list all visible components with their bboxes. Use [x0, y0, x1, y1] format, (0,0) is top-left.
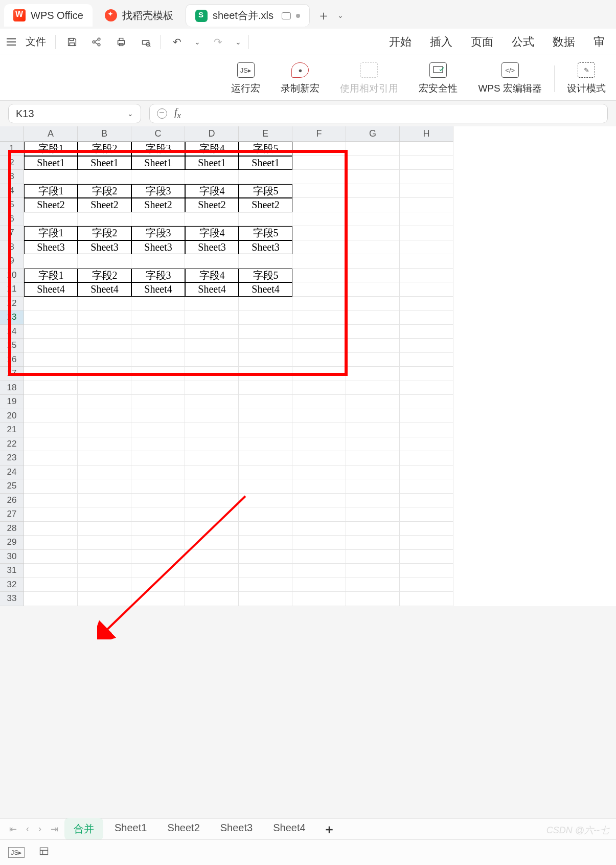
cell[interactable]	[24, 451, 78, 465]
cell[interactable]	[292, 395, 346, 409]
cell[interactable]: Sheet1	[131, 156, 185, 170]
column-header[interactable]: F	[292, 126, 346, 141]
cell[interactable]	[24, 592, 78, 606]
cell[interactable]	[292, 212, 346, 227]
cell[interactable]: 字段3	[131, 142, 185, 156]
cell[interactable]	[239, 536, 292, 550]
sheet-tab[interactable]: Sheet4	[264, 818, 314, 840]
cell[interactable]	[400, 142, 453, 156]
cell[interactable]	[131, 592, 185, 606]
cell[interactable]: Sheet2	[239, 198, 292, 212]
row-header[interactable]: 31	[0, 564, 24, 578]
row-header[interactable]: 19	[0, 395, 24, 409]
cell[interactable]	[239, 310, 292, 325]
cell[interactable]	[346, 240, 400, 255]
cell[interactable]	[131, 212, 185, 227]
cell[interactable]	[346, 325, 400, 339]
cell[interactable]	[185, 367, 239, 381]
cell[interactable]	[292, 240, 346, 255]
cell[interactable]	[185, 170, 239, 184]
cell[interactable]	[24, 479, 78, 494]
tab-insert[interactable]: 插入	[430, 34, 452, 50]
window-icon[interactable]	[282, 12, 291, 19]
cell[interactable]	[292, 578, 346, 592]
cell[interactable]	[131, 507, 185, 522]
sheet-tab[interactable]: Sheet3	[211, 818, 262, 840]
cell[interactable]	[400, 381, 453, 395]
column-header[interactable]: G	[346, 126, 400, 141]
cell[interactable]	[131, 353, 185, 367]
cell[interactable]	[78, 170, 131, 184]
cell[interactable]: 字段2	[78, 184, 131, 198]
cell[interactable]	[131, 578, 185, 592]
cell[interactable]: 字段5	[239, 226, 292, 240]
cell[interactable]	[346, 339, 400, 353]
cell[interactable]	[292, 142, 346, 156]
cell[interactable]	[185, 564, 239, 578]
print-icon[interactable]	[114, 35, 128, 49]
grid-body[interactable]: 字段1字段2字段3字段4字段5Sheet1Sheet1Sheet1Sheet1S…	[24, 142, 453, 606]
cell[interactable]: 字段5	[239, 269, 292, 283]
cell[interactable]	[400, 184, 453, 198]
cell[interactable]	[239, 592, 292, 606]
cell[interactable]: 字段3	[131, 184, 185, 198]
cell[interactable]: 字段4	[185, 269, 239, 283]
cell[interactable]	[239, 409, 292, 424]
cell[interactable]	[185, 451, 239, 465]
cell[interactable]	[346, 536, 400, 550]
cell[interactable]	[185, 395, 239, 409]
run-macro-button[interactable]: JS▸ 运行宏	[221, 62, 270, 95]
cell[interactable]	[346, 184, 400, 198]
column-header[interactable]: D	[185, 126, 239, 141]
row-header[interactable]: 9	[0, 254, 24, 269]
cell[interactable]	[400, 269, 453, 283]
cell[interactable]	[239, 423, 292, 437]
cell[interactable]	[346, 423, 400, 437]
cell[interactable]	[131, 170, 185, 184]
cell[interactable]	[78, 409, 131, 424]
cell[interactable]	[346, 507, 400, 522]
record-macro-button[interactable]: ● 录制新宏	[270, 62, 330, 95]
cell[interactable]	[239, 564, 292, 578]
cell[interactable]	[78, 212, 131, 227]
cell[interactable]	[185, 381, 239, 395]
cell[interactable]	[78, 353, 131, 367]
cell[interactable]	[78, 339, 131, 353]
cell[interactable]	[346, 494, 400, 508]
cell[interactable]	[400, 592, 453, 606]
cell[interactable]	[185, 494, 239, 508]
fx-icon[interactable]: fx	[174, 106, 181, 121]
cell[interactable]	[400, 310, 453, 325]
cell[interactable]	[131, 409, 185, 424]
cell[interactable]	[185, 339, 239, 353]
undo-icon[interactable]: ↶	[170, 35, 184, 49]
cell[interactable]: Sheet3	[24, 240, 78, 255]
cell[interactable]	[185, 578, 239, 592]
cell[interactable]	[400, 325, 453, 339]
cancel-icon[interactable]	[157, 108, 167, 119]
row-header[interactable]: 33	[0, 592, 24, 606]
cell[interactable]	[239, 479, 292, 494]
cell[interactable]	[346, 353, 400, 367]
sheet-nav-first-icon[interactable]: ⇤	[9, 824, 17, 835]
row-header[interactable]: 3	[0, 170, 24, 184]
row-header[interactable]: 6	[0, 212, 24, 227]
cell[interactable]	[292, 184, 346, 198]
cell[interactable]	[78, 564, 131, 578]
app-tab-wps[interactable]: WPS Office	[4, 4, 93, 27]
cell[interactable]	[400, 156, 453, 170]
cell[interactable]	[131, 339, 185, 353]
cell[interactable]	[239, 339, 292, 353]
row-header[interactable]: 4	[0, 184, 24, 198]
cell[interactable]	[400, 367, 453, 381]
cell[interactable]	[346, 254, 400, 269]
cell[interactable]	[400, 282, 453, 297]
sheet-nav-prev-icon[interactable]: ‹	[26, 824, 29, 835]
cell[interactable]	[131, 423, 185, 437]
macro-security-button[interactable]: 宏安全性	[408, 62, 468, 95]
cell[interactable]	[24, 325, 78, 339]
row-header[interactable]: 29	[0, 536, 24, 550]
cell[interactable]	[292, 170, 346, 184]
cell[interactable]	[24, 536, 78, 550]
cell[interactable]	[346, 212, 400, 227]
